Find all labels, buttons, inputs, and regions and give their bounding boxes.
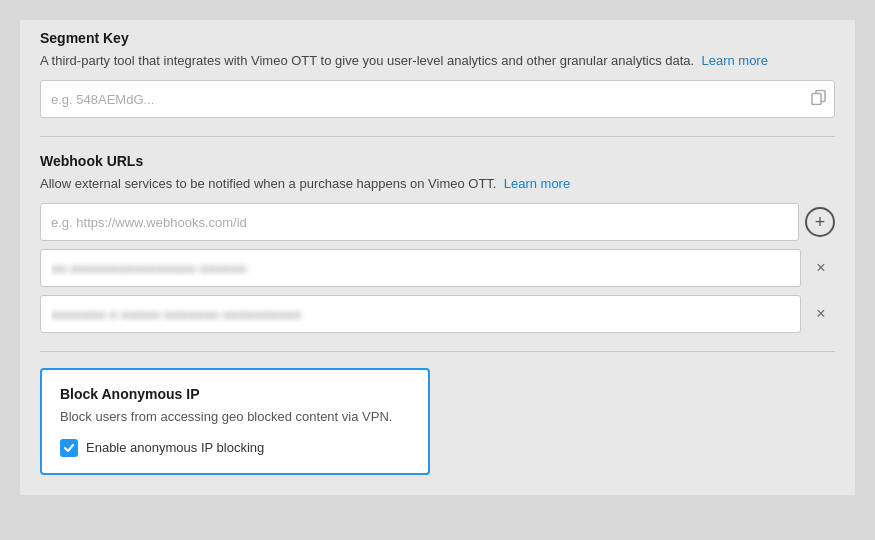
segment-key-learn-more[interactable]: Learn more (701, 53, 767, 68)
segment-key-input-wrap (40, 80, 835, 118)
divider-1 (40, 136, 835, 137)
enable-blocking-row: Enable anonymous IP blocking (60, 439, 410, 457)
enable-blocking-checkbox[interactable] (60, 439, 78, 457)
close-icon-1: × (816, 259, 825, 277)
webhook-input-1[interactable] (40, 249, 801, 287)
segment-key-input[interactable] (40, 80, 835, 118)
segment-key-title: Segment Key (40, 30, 835, 46)
enable-blocking-label[interactable]: Enable anonymous IP blocking (86, 440, 264, 455)
webhook-new-input[interactable] (40, 203, 799, 241)
check-icon (63, 442, 75, 454)
block-anonymous-ip-card: Block Anonymous IP Block users from acce… (40, 368, 430, 474)
webhook-urls-desc: Allow external services to be notified w… (40, 175, 835, 193)
remove-webhook-button-1[interactable]: × (807, 254, 835, 282)
webhook-row-2: × (40, 295, 835, 333)
webhook-row-1: × (40, 249, 835, 287)
webhook-urls-title: Webhook URLs (40, 153, 835, 169)
block-anonymous-title: Block Anonymous IP (60, 386, 410, 402)
remove-webhook-button-2[interactable]: × (807, 300, 835, 328)
webhook-urls-learn-more[interactable]: Learn more (504, 176, 570, 191)
close-icon-2: × (816, 305, 825, 323)
webhook-input-2[interactable] (40, 295, 801, 333)
webhook-new-row: + (40, 203, 835, 241)
divider-2 (40, 351, 835, 352)
add-webhook-button[interactable]: + (805, 207, 835, 237)
segment-key-desc: A third-party tool that integrates with … (40, 52, 835, 70)
block-anonymous-desc: Block users from accessing geo blocked c… (60, 408, 410, 426)
add-icon: + (815, 212, 826, 233)
